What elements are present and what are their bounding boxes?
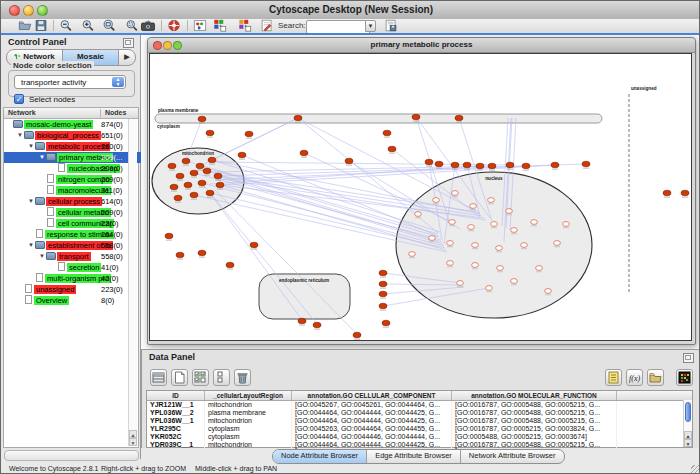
table-row[interactable]: YPL036W__1mitochondrion[GO:0044464, GO:0…: [147, 417, 692, 425]
graph-node[interactable]: [486, 286, 493, 291]
column-header[interactable]: annotation.GO CELLULAR_COMPONENT: [292, 391, 452, 400]
graph-node[interactable]: [226, 262, 234, 268]
graph-node[interactable]: [554, 241, 561, 246]
graph-node[interactable]: [476, 163, 484, 169]
graph-node[interactable]: [382, 320, 390, 326]
import-network-icon[interactable]: [212, 19, 228, 32]
graph-node[interactable]: [250, 242, 258, 248]
save-attributes-icon[interactable]: [384, 19, 398, 32]
graph-node[interactable]: [663, 190, 671, 196]
table-row[interactable]: YPL036W__2plasma membrane[GO:0044464, GO…: [147, 409, 692, 417]
graph-node[interactable]: [176, 252, 184, 258]
graph-node[interactable]: [551, 162, 559, 168]
graph-node[interactable]: [388, 146, 396, 152]
graph-node[interactable]: [522, 163, 530, 169]
scroll-down-icon[interactable]: ▼: [129, 438, 137, 446]
graph-node[interactable]: [294, 115, 302, 121]
column-header[interactable]: ID: [147, 391, 205, 400]
import-table-icon[interactable]: [237, 19, 253, 32]
graph-node[interactable]: [563, 222, 570, 227]
tree-expander-icon[interactable]: ▼: [27, 141, 35, 152]
tree-expander-icon[interactable]: ▼: [27, 196, 35, 207]
graph-node[interactable]: [383, 130, 391, 136]
search-dropdown-icon[interactable]: ▼: [365, 20, 376, 32]
graph-edge[interactable]: [210, 193, 302, 320]
tree-row[interactable]: unassigned223(0): [4, 284, 144, 295]
select-all-attributes-icon[interactable]: [192, 369, 209, 386]
tree-header-nodes[interactable]: Nodes: [100, 109, 126, 118]
graph-node[interactable]: [415, 212, 422, 217]
tree-expander-icon[interactable]: ▼: [38, 251, 46, 262]
graph-node[interactable]: [425, 159, 433, 165]
column-header[interactable]: annotation.GO MOLECULAR_FUNCTION: [452, 391, 617, 400]
graph-node[interactable]: [455, 115, 463, 121]
graph-node[interactable]: [582, 161, 590, 167]
table-row[interactable]: YDR039C__1mitochondrion[GO:0044464, GO:0…: [147, 441, 692, 449]
formula-builder-icon[interactable]: f(x): [626, 369, 643, 386]
table-row[interactable]: YLR295Ccytoplasm[GO:0045263, GO:0044464,…: [147, 425, 692, 433]
graph-node[interactable]: [681, 190, 689, 196]
graph-node[interactable]: [245, 131, 253, 137]
graph-node[interactable]: [472, 263, 479, 268]
graph-node[interactable]: [198, 180, 206, 186]
network-canvas[interactable]: plasma membranecytoplasmmitochondrionnuc…: [149, 53, 692, 341]
tree-scrollbar[interactable]: ▲ ▼: [128, 119, 137, 446]
zoom-in-icon[interactable]: [81, 19, 95, 32]
column-header[interactable]: _cellularLayoutRegion: [205, 391, 292, 400]
network-view-icon[interactable]: [193, 19, 207, 32]
scroll-up-icon[interactable]: ▲: [684, 431, 692, 439]
graph-node[interactable]: [468, 225, 475, 230]
network-graph[interactable]: plasma membranecytoplasmmitochondrionnuc…: [150, 54, 691, 340]
table-scrollbar[interactable]: ▲ ▼: [683, 400, 692, 447]
graph-node[interactable]: [168, 163, 176, 169]
graph-node[interactable]: [353, 332, 361, 338]
graph-node[interactable]: [214, 173, 222, 179]
graph-node[interactable]: [412, 114, 420, 120]
graph-node[interactable]: [511, 279, 518, 284]
graph-node[interactable]: [170, 184, 178, 190]
graph-node[interactable]: [184, 182, 192, 188]
graph-node[interactable]: [545, 289, 552, 294]
graph-node[interactable]: [433, 198, 440, 203]
graph-node[interactable]: [379, 291, 387, 297]
graph-node[interactable]: [409, 252, 416, 257]
zoom-region-icon[interactable]: [125, 19, 139, 32]
float-panel-icon[interactable]: [123, 38, 134, 48]
graph-edge[interactable]: [242, 155, 438, 236]
graph-node[interactable]: [470, 204, 477, 209]
graph-node[interactable]: [206, 190, 214, 196]
graph-node[interactable]: [511, 228, 518, 233]
graph-node[interactable]: [536, 266, 543, 271]
snapshot-camera-icon[interactable]: [139, 19, 157, 32]
graph-node[interactable]: [506, 162, 514, 168]
tree-row[interactable]: mosaic-demo-yeast874(0): [4, 119, 133, 130]
graph-node[interactable]: [472, 243, 479, 248]
tree-expander-icon[interactable]: ▼: [27, 240, 35, 251]
save-session-icon[interactable]: [34, 19, 48, 32]
table-row[interactable]: YJR121W__1mitochondrion[GO:0045267, GO:0…: [147, 401, 692, 409]
tabs-overflow-icon[interactable]: ▶: [119, 50, 135, 65]
tree-header-network[interactable]: Network: [8, 109, 36, 116]
graph-node[interactable]: [190, 170, 198, 176]
graph-node[interactable]: [379, 303, 387, 309]
search-input[interactable]: [306, 20, 370, 34]
scrollbar-thumb[interactable]: [685, 402, 691, 422]
network-window-titlebar[interactable]: primary metabolic process: [148, 38, 695, 53]
graph-node[interactable]: [196, 163, 204, 169]
graph-node[interactable]: [165, 233, 173, 239]
graph-node[interactable]: [379, 281, 387, 287]
graph-node[interactable]: [176, 173, 184, 179]
graph-node[interactable]: [506, 209, 513, 214]
new-attribute-icon[interactable]: [171, 369, 188, 386]
graph-node[interactable]: [491, 222, 498, 227]
graph-node[interactable]: [531, 220, 538, 225]
attribute-grid-icon[interactable]: [150, 369, 167, 386]
graph-node[interactable]: [457, 281, 464, 286]
graph-node[interactable]: [463, 162, 471, 168]
zoom-fit-icon[interactable]: [102, 19, 116, 32]
attribute-matrix-icon[interactable]: [676, 369, 693, 386]
graph-node[interactable]: [447, 241, 454, 246]
float-panel-icon[interactable]: [683, 353, 694, 363]
tree-row[interactable]: Overview8(0): [4, 295, 144, 306]
graph-node[interactable]: [451, 162, 459, 168]
